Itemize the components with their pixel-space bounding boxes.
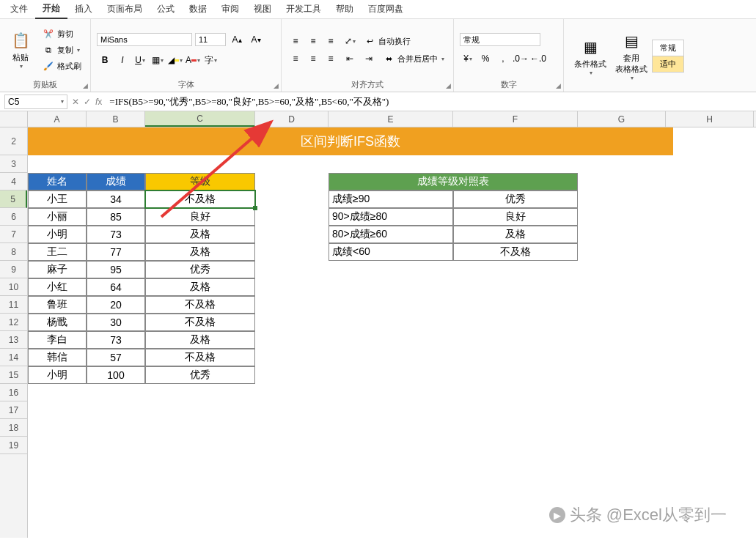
fill-color-button[interactable]: ◢▾ bbox=[167, 52, 183, 68]
cell-A10[interactable]: 小红 bbox=[28, 278, 87, 296]
row-header-4[interactable]: 4 bbox=[0, 173, 27, 190]
menu-tab-1[interactable]: 开始 bbox=[35, 0, 67, 19]
cell-B11[interactable]: 20 bbox=[87, 296, 145, 314]
cancel-formula-button[interactable]: ✕ bbox=[72, 97, 79, 107]
row-header-3[interactable]: 3 bbox=[0, 155, 27, 173]
cell-F5[interactable]: 优秀 bbox=[453, 190, 578, 208]
row-header-18[interactable]: 18 bbox=[0, 419, 27, 437]
menu-tab-8[interactable]: 开发工具 bbox=[279, 0, 329, 18]
percent-format-button[interactable]: % bbox=[477, 51, 493, 67]
cell-F6[interactable]: 良好 bbox=[453, 208, 578, 226]
col-header-F[interactable]: F bbox=[453, 111, 578, 127]
cell-E7[interactable]: 80>成绩≥60 bbox=[329, 226, 453, 243]
align-bottom-button[interactable]: ≡ bbox=[323, 33, 339, 49]
cell-E4[interactable]: 成绩等级对照表 bbox=[329, 173, 578, 190]
col-header-H[interactable]: H bbox=[666, 111, 754, 127]
menu-tab-0[interactable]: 文件 bbox=[3, 0, 35, 18]
select-all-corner[interactable] bbox=[0, 111, 28, 127]
cells-area[interactable]: 区间判断IFS函数 姓名成绩等级小王34不及格小丽85良好小明73及格王二77及… bbox=[28, 127, 756, 538]
row-header-15[interactable]: 15 bbox=[0, 366, 27, 384]
increase-decimal-button[interactable]: .0→ bbox=[513, 51, 529, 67]
cell-E8[interactable]: 成绩<60 bbox=[329, 243, 453, 261]
merge-center-button[interactable]: ⬌合并后居中▾ bbox=[380, 51, 447, 66]
cell-B15[interactable]: 100 bbox=[87, 366, 145, 384]
menu-tab-7[interactable]: 视图 bbox=[246, 0, 279, 18]
col-header-A[interactable]: A bbox=[28, 111, 87, 127]
cell-A12[interactable]: 杨戬 bbox=[28, 314, 87, 331]
cut-button[interactable]: ✂️剪切 bbox=[40, 26, 84, 41]
cell-C12[interactable]: 不及格 bbox=[145, 314, 255, 331]
row-header-11[interactable]: 11 bbox=[0, 296, 27, 314]
clipboard-dialog-launcher[interactable]: ◢ bbox=[83, 82, 88, 89]
cell-A7[interactable]: 小明 bbox=[28, 226, 87, 243]
menu-tab-4[interactable]: 公式 bbox=[150, 0, 182, 18]
col-header-G[interactable]: G bbox=[578, 111, 666, 127]
cell-A8[interactable]: 王二 bbox=[28, 243, 87, 261]
formula-input[interactable] bbox=[106, 95, 752, 109]
cell-C9[interactable]: 优秀 bbox=[145, 261, 255, 278]
font-dialog-launcher[interactable]: ◢ bbox=[274, 82, 279, 89]
cell-A15[interactable]: 小明 bbox=[28, 366, 87, 384]
menu-tab-9[interactable]: 帮助 bbox=[329, 0, 361, 18]
font-size-select[interactable] bbox=[195, 33, 226, 46]
comma-format-button[interactable]: , bbox=[495, 51, 511, 67]
row-header-7[interactable]: 7 bbox=[0, 226, 27, 243]
accounting-format-button[interactable]: ¥▾ bbox=[460, 51, 476, 67]
wrap-text-button[interactable]: ↩自动换行 bbox=[361, 34, 414, 48]
menu-tab-5[interactable]: 数据 bbox=[182, 0, 214, 18]
cell-B6[interactable]: 85 bbox=[87, 208, 145, 226]
cell-C8[interactable]: 及格 bbox=[145, 243, 255, 261]
cell-B9[interactable]: 95 bbox=[87, 261, 145, 278]
bold-button[interactable]: B bbox=[97, 52, 113, 68]
row-header-8[interactable]: 8 bbox=[0, 243, 27, 261]
row-header-9[interactable]: 9 bbox=[0, 261, 27, 278]
cell-A4[interactable]: 姓名 bbox=[28, 173, 87, 190]
decrease-font-button[interactable]: A▾ bbox=[248, 32, 264, 48]
menu-tab-2[interactable]: 插入 bbox=[67, 0, 100, 18]
row-header-2[interactable]: 2 bbox=[0, 127, 27, 155]
font-color-button[interactable]: A▾ bbox=[185, 52, 201, 68]
accept-formula-button[interactable]: ✓ bbox=[84, 97, 91, 107]
underline-button[interactable]: U▾ bbox=[132, 52, 148, 68]
cell-style-good[interactable]: 适中 bbox=[652, 56, 684, 73]
align-right-button[interactable]: ≡ bbox=[323, 51, 339, 67]
col-header-B[interactable]: B bbox=[87, 111, 145, 127]
copy-button[interactable]: ⧉复制▾ bbox=[40, 42, 84, 57]
cell-C11[interactable]: 不及格 bbox=[145, 296, 255, 314]
cell-B8[interactable]: 77 bbox=[87, 243, 145, 261]
increase-font-button[interactable]: A▴ bbox=[229, 32, 245, 48]
row-header-5[interactable]: 5 bbox=[0, 190, 27, 208]
cell-C7[interactable]: 及格 bbox=[145, 226, 255, 243]
decrease-decimal-button[interactable]: ←.0 bbox=[530, 51, 546, 67]
table-format-button[interactable]: ▤ 套用 表格格式▾ bbox=[611, 28, 652, 84]
cell-B13[interactable]: 73 bbox=[87, 331, 145, 349]
cell-F8[interactable]: 不及格 bbox=[453, 243, 578, 261]
number-dialog-launcher[interactable]: ◢ bbox=[556, 82, 561, 89]
menu-tab-6[interactable]: 审阅 bbox=[214, 0, 246, 18]
row-header-12[interactable]: 12 bbox=[0, 314, 27, 331]
cell-B7[interactable]: 73 bbox=[87, 226, 145, 243]
format-painter-button[interactable]: 🖌️格式刷 bbox=[40, 59, 84, 73]
insert-function-button[interactable]: fx bbox=[95, 97, 102, 107]
align-center-button[interactable]: ≡ bbox=[305, 51, 321, 67]
align-left-button[interactable]: ≡ bbox=[287, 51, 304, 67]
cell-F7[interactable]: 及格 bbox=[453, 226, 578, 243]
cell-C10[interactable]: 及格 bbox=[145, 278, 255, 296]
cell-A5[interactable]: 小王 bbox=[28, 190, 87, 208]
fill-handle[interactable] bbox=[253, 206, 257, 210]
menu-tab-3[interactable]: 页面布局 bbox=[100, 0, 150, 18]
number-format-select[interactable] bbox=[460, 33, 540, 46]
phonetic-button[interactable]: 字▾ bbox=[202, 52, 219, 68]
row-header-14[interactable]: 14 bbox=[0, 349, 27, 366]
col-header-E[interactable]: E bbox=[329, 111, 453, 127]
cell-B12[interactable]: 30 bbox=[87, 314, 145, 331]
row-header-16[interactable]: 16 bbox=[0, 384, 27, 401]
menu-tab-10[interactable]: 百度网盘 bbox=[361, 0, 411, 18]
cell-C15[interactable]: 优秀 bbox=[145, 366, 255, 384]
cell-E5[interactable]: 成绩≥90 bbox=[329, 190, 453, 208]
italic-button[interactable]: I bbox=[114, 52, 131, 68]
cell-B4[interactable]: 成绩 bbox=[87, 173, 145, 190]
cell-A9[interactable]: 麻子 bbox=[28, 261, 87, 278]
cell-A13[interactable]: 李白 bbox=[28, 331, 87, 349]
indent-increase-button[interactable]: ⇥ bbox=[361, 51, 377, 67]
